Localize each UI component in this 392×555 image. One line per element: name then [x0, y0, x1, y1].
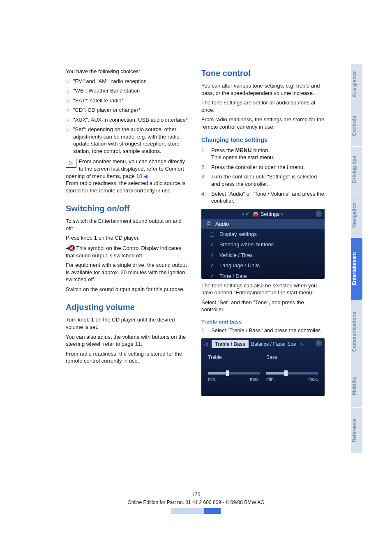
bullet-icon: ▷	[66, 78, 69, 85]
step-number: 1.	[201, 327, 207, 334]
treble-bass-steps: 1.Select "Treble / Bass" and press the c…	[201, 327, 325, 334]
choice-item: "CD": CD player or changer*	[73, 106, 141, 114]
min-label: min.	[208, 376, 217, 382]
step-text: Select "Audio" or "Tone / Volume" and pr…	[211, 190, 325, 205]
note-box: ▷ From another menu, you can change dire…	[66, 158, 189, 180]
note-text: From another menu, you can change direct…	[66, 158, 185, 179]
tab-controls[interactable]: Controls	[351, 105, 362, 146]
settings-row: ▢Display settings	[201, 229, 325, 240]
intro-text: You have the following choices:	[66, 68, 189, 75]
display-icon: ▢	[209, 231, 215, 238]
treble-bass-heading: Treble and bass	[201, 318, 325, 326]
bass-slider	[266, 372, 318, 375]
mute-symbol-text: ◂🔇 This symbol on the Control Display in…	[66, 244, 189, 259]
choice-item: "SAT": satellite radio*	[73, 97, 123, 104]
info-badge-icon: i	[316, 210, 322, 217]
treble-label: Treble	[208, 354, 260, 361]
changing-tone-heading: Changing tone settings	[201, 136, 325, 144]
footer-line: Online Edition for Part no. 01 41 2 600 …	[0, 499, 392, 506]
bullet-icon: ▷	[66, 87, 69, 95]
steering-icon: ✓	[209, 241, 215, 248]
treble-panel: Treble min.max.	[208, 354, 260, 382]
tone-text: From radio readiness, the settings are s…	[201, 116, 325, 130]
tab-mobility[interactable]: Mobility	[351, 364, 362, 407]
volume-text: You can also adjust the volume with butt…	[66, 333, 189, 348]
bullet-icon: ▷	[66, 97, 69, 104]
clock-icon: ✓	[209, 273, 215, 279]
step-text: Turn the controller until "Settings" is …	[211, 173, 325, 187]
step-text: Select "Treble / Bass" and press the con…	[211, 327, 321, 334]
settings-screenshot: i ‹ ✓ 🚘 Settings › 🎛 Audio ▢Display sett…	[201, 209, 325, 279]
tab-at-a-glance[interactable]: At a glance	[351, 64, 362, 105]
right-column: Tone control You can alter various tone …	[201, 68, 325, 399]
tab-driving-tips[interactable]: Driving tips	[351, 147, 362, 192]
vehicle-icon: ✓	[209, 252, 215, 259]
tone-text: You can alter various tone settings, e.g…	[201, 82, 325, 97]
triangle-icon: ▷	[69, 159, 74, 167]
tab-balance-fader: Balance / Fader Spe	[251, 341, 296, 347]
volume-heading: Adjusting volume	[66, 302, 189, 313]
after-screenshot-text: Select "Set" and then "Tone", and press …	[201, 299, 325, 313]
treble-bass-screenshot: i ◁ Treble / Bass Balance / Fader Spe ▷ …	[201, 338, 325, 396]
side-tabs: At a glance Controls Driving tips Naviga…	[351, 64, 362, 453]
tone-text: The tone settings are set for all audio …	[201, 99, 325, 113]
bullet-icon: ▷	[66, 106, 69, 114]
switching-heading: Switching on/off	[66, 203, 189, 214]
step-number: 4.	[201, 190, 207, 205]
step-number: 1.	[201, 147, 207, 161]
bass-label: Bass	[266, 354, 318, 361]
min-label: min.	[266, 376, 275, 382]
step-number: 2.	[201, 164, 207, 171]
settings-title: ‹ ✓ 🚘 Settings ›	[201, 209, 325, 220]
max-label: max.	[250, 376, 260, 382]
switch-text: Switch on the sound output again for thi…	[66, 286, 189, 293]
menu-button-label: MENU	[235, 147, 252, 153]
volume-text: From radio readiness, the setting is sto…	[66, 350, 189, 365]
footer-bar-icon	[171, 508, 221, 514]
step-text: Press the MENU button.This opens the sta…	[211, 147, 274, 161]
choice-item: "AUX": AUX-In connection, USB audio inte…	[73, 116, 188, 124]
page-link-18[interactable]: 18	[136, 173, 142, 179]
treble-slider	[208, 372, 260, 375]
choices-list: ▷"FM" and "AM": radio reception ▷"WB": W…	[66, 78, 189, 155]
choice-item: "FM" and "AM": radio reception	[73, 78, 147, 85]
car-icon: 🚘	[252, 211, 259, 217]
footer: 175 Online Edition for Part no. 01 41 2 …	[0, 491, 392, 514]
tab-treble-bass: Treble / Bass	[212, 340, 249, 348]
choice-item: "Set": depending on the audio source, ot…	[73, 126, 189, 155]
left-arrow-icon: ◁	[204, 341, 208, 347]
choice-item: "WB": Weather Band station	[73, 87, 140, 95]
tab-entertainment[interactable]: Entertainment	[351, 238, 362, 300]
tab-navigation[interactable]: Navigation	[351, 192, 362, 238]
page-link-11[interactable]: 11	[135, 341, 141, 347]
switch-text-knob: Press knob 1 on the CD player.	[66, 234, 189, 242]
settings-row: ✓Vehicle / Tires	[201, 250, 325, 261]
bass-panel: Bass min.max.	[266, 354, 318, 382]
max-label: max.	[308, 376, 318, 382]
tab-communications[interactable]: Communications	[351, 300, 362, 364]
after-note-text: From radio readiness, the selected audio…	[66, 180, 189, 194]
settings-row: ✓Steering wheel buttons	[201, 239, 325, 250]
settings-row: ✓Time / Date	[201, 271, 325, 279]
volume-text: Turn knob 1 on the CD player until the d…	[66, 316, 189, 331]
info-badge-icon: i	[316, 340, 322, 347]
step-number: 3.	[201, 173, 207, 187]
bullet-icon: ▷	[66, 116, 69, 124]
switch-text: To switch the Entertainment sound output…	[66, 217, 189, 232]
settings-row-audio: 🎛 Audio	[201, 219, 325, 229]
tb-tabs: ◁ Treble / Bass Balance / Fader Spe ▷	[201, 338, 325, 350]
note-icon: ▷	[66, 158, 76, 168]
mute-icon: ◂🔇	[66, 245, 75, 251]
steps-list: 1. Press the MENU button.This opens the …	[201, 147, 325, 205]
right-arrow-icon: ▷	[300, 341, 304, 347]
step-text: Press the controller to open the i menu.	[211, 164, 305, 171]
switch-text: For equipment with a single drive, the s…	[66, 261, 189, 283]
after-screenshot-text: The tone settings can also be selected w…	[201, 282, 325, 296]
language-icon: ✓	[209, 262, 215, 269]
bullet-icon: ▷	[66, 126, 69, 155]
tab-reference[interactable]: Reference	[351, 408, 362, 453]
page-number: 175	[0, 491, 392, 498]
tone-heading: Tone control	[201, 68, 325, 79]
note-terminator: .◀	[142, 173, 148, 179]
settings-row: ✓Language / Units	[201, 260, 325, 271]
